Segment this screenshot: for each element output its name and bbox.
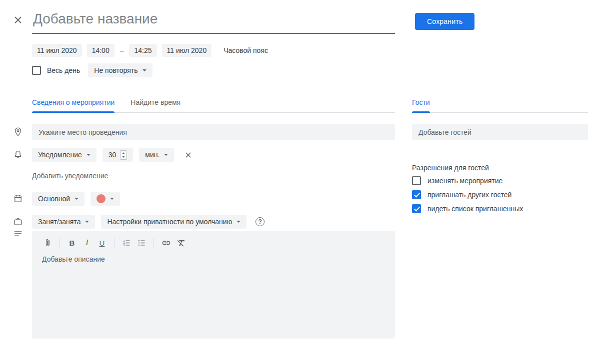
chevron-down-icon — [86, 154, 90, 156]
all-day-label[interactable]: Весь день — [47, 66, 80, 74]
spinner-arrows — [120, 150, 127, 160]
visibility-value: Настройки приватности по умолчанию — [107, 218, 232, 226]
chevron-down-icon — [142, 69, 146, 71]
description-lines-icon — [13, 229, 23, 239]
permission-row: приглашать других гостей — [412, 190, 512, 200]
toolbar-divider — [154, 238, 154, 247]
description-toolbar: B I U 123 — [32, 231, 395, 249]
chevron-down-icon — [74, 198, 78, 200]
availability-dropdown[interactable]: Занят/занята — [32, 215, 95, 229]
link-icon[interactable] — [160, 236, 172, 249]
end-date-chip[interactable]: 11 июл 2020 — [162, 44, 212, 57]
start-time-chip[interactable]: 14:00 — [87, 44, 114, 57]
details-tabs: Сведения о мероприятии Найдите время — [32, 98, 395, 113]
notification-type-value: Уведомление — [38, 151, 82, 159]
notification-type-dropdown[interactable]: Уведомление — [32, 148, 96, 162]
chevron-down-icon — [164, 154, 168, 156]
tab-event-details[interactable]: Сведения о мероприятии — [32, 98, 114, 112]
tab-find-time[interactable]: Найдите время — [130, 98, 180, 112]
notification-amount-value: 30 — [108, 151, 116, 159]
permission-label-invite-others[interactable]: приглашать других гостей — [428, 191, 512, 199]
spinner-up-icon[interactable] — [122, 152, 125, 154]
briefcase-icon — [13, 217, 23, 227]
numbered-list-icon[interactable]: 123 — [120, 236, 133, 249]
chevron-down-icon — [85, 221, 89, 223]
close-icon — [184, 151, 192, 159]
notification-unit-value: мин. — [145, 151, 160, 159]
toolbar-divider — [60, 238, 60, 247]
permission-row: видеть список приглашенных — [412, 204, 523, 214]
remove-notification-button[interactable] — [182, 149, 194, 161]
calendar-icon — [13, 194, 23, 204]
recurrence-value: Не повторять — [94, 66, 138, 74]
permission-row: изменять мероприятие — [412, 176, 502, 186]
guests-tabs: Гости — [412, 98, 588, 113]
title-field-wrap — [32, 7, 395, 34]
paperclip-icon[interactable] — [41, 236, 54, 249]
clear-formatting-icon[interactable] — [174, 236, 188, 249]
chevron-down-icon — [236, 221, 240, 223]
permission-checkbox-modify-event[interactable] — [412, 176, 421, 185]
guest-permissions-title: Разрешения для гостей — [412, 164, 489, 172]
chevron-down-icon — [110, 198, 114, 200]
event-title-input[interactable] — [32, 7, 395, 34]
permission-checkbox-invite-others[interactable] — [412, 190, 421, 199]
bulleted-list-icon[interactable] — [135, 236, 148, 249]
description-input[interactable] — [32, 249, 395, 339]
guests-input[interactable] — [412, 124, 588, 140]
add-notification-button[interactable]: Добавить уведомление — [32, 172, 108, 180]
permission-checkbox-see-guest-list[interactable] — [412, 204, 421, 213]
time-range-dash: – — [120, 46, 124, 54]
italic-icon[interactable]: I — [80, 236, 94, 249]
visibility-dropdown[interactable]: Настройки приватности по умолчанию — [101, 215, 246, 229]
end-time-chip[interactable]: 14:25 — [129, 44, 156, 57]
close-icon — [12, 14, 24, 25]
event-editor-page: Сохранить 11 июл 2020 14:00 – 14:25 11 и… — [0, 0, 600, 364]
availability-value: Занят/занята — [38, 218, 80, 226]
calendar-color-dropdown[interactable] — [90, 192, 120, 206]
bold-icon[interactable]: B — [66, 236, 78, 249]
datetime-row: 11 июл 2020 14:00 – 14:25 11 июл 2020 Ча… — [32, 44, 268, 57]
tab-guests[interactable]: Гости — [412, 98, 430, 112]
description-editor: B I U 123 — [32, 231, 395, 339]
start-date-chip[interactable]: 11 июл 2020 — [32, 44, 82, 57]
allday-row: Весь день Не повторять — [32, 63, 152, 77]
toolbar-divider — [114, 238, 114, 247]
save-button[interactable]: Сохранить — [415, 13, 474, 30]
spinner-divider — [121, 155, 126, 155]
recurrence-dropdown[interactable]: Не повторять — [88, 63, 152, 77]
calendar-row: Основной — [32, 192, 120, 206]
location-input[interactable] — [32, 124, 395, 140]
all-day-checkbox[interactable] — [32, 66, 41, 75]
underline-icon[interactable]: U — [96, 236, 108, 249]
timezone-link[interactable]: Часовой пояс — [224, 46, 268, 54]
close-button[interactable] — [11, 13, 25, 27]
permission-label-modify-event[interactable]: изменять мероприятие — [428, 177, 502, 185]
permission-label-see-guest-list[interactable]: видеть список приглашенных — [428, 205, 523, 213]
notification-unit-dropdown[interactable]: мин. — [139, 148, 174, 162]
spinner-down-icon[interactable] — [122, 156, 125, 158]
notification-amount-spinner[interactable]: 30 — [102, 148, 134, 162]
calendar-color-swatch — [96, 194, 106, 203]
svg-text:3: 3 — [123, 243, 124, 246]
calendar-name-value: Основной — [38, 195, 70, 203]
calendar-dropdown[interactable]: Основной — [32, 192, 84, 206]
notification-row: Уведомление 30 мин. — [32, 148, 194, 162]
bell-icon — [13, 150, 23, 160]
availability-row: Занят/занята Настройки приватности по ум… — [32, 215, 264, 229]
location-pin-icon — [13, 127, 23, 137]
help-icon[interactable]: ? — [256, 217, 264, 226]
